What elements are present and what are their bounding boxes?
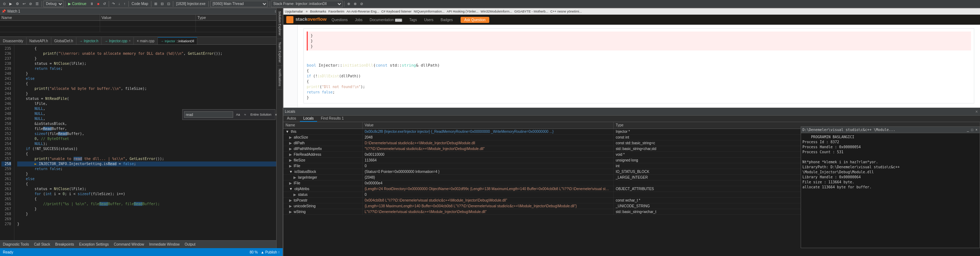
code-content[interactable]: { printf("\\nerror: unable to allocate m… [14,45,283,240]
toolbar-sep-2 [65,1,65,7]
locals-tab-locals[interactable]: Locals [300,115,317,122]
strip-notifications[interactable]: Notifications [277,66,282,90]
toolbar-btn-4[interactable]: ↩ [21,2,27,6]
bookmark-anti-reverse[interactable]: An Anti-Reverse Eng... [347,9,379,13]
locals-tab-autos[interactable]: Autos [283,115,300,122]
stop-button[interactable]: ■ [96,2,101,6]
strip-team-explorer[interactable]: Team Explorer [277,39,282,66]
locals-close-btn[interactable]: × [975,109,978,114]
so-ask-question-btn[interactable]: Ask Question [461,17,489,23]
so-badges-btn[interactable]: Badges [438,17,455,22]
bookmark-favorilerim[interactable]: Favorilerim [329,9,345,13]
bookmark-gigabyte[interactable]: GIGABYTE - Motherb... [514,9,549,13]
solution-strip: Solution Explorer Team Explorer Notifica… [276,8,283,248]
status-ready: Ready [3,250,13,254]
toolbar-btn-3[interactable]: ⚙ [14,2,21,6]
search-input[interactable] [184,111,233,118]
locals-col-value: Value [362,122,613,128]
toolbar-sep-1 [41,1,42,7]
bookmark-ntquery[interactable]: NtQueryInformation... [414,9,444,13]
watch-col-value: Value [100,15,196,21]
pin-icon: 📌 [2,9,6,13]
console-close-btn[interactable]: × [975,128,978,132]
strip-solution-explorer[interactable]: Solution Explorer [277,8,282,39]
tab-injector-h[interactable]: → Injector.h [76,37,102,44]
console-maximize-btn[interactable]: □ [970,128,974,132]
search-close-btn[interactable]: × [274,113,278,117]
publish-button[interactable]: ▲ Publish ↑ [261,250,280,254]
toolbar-sep-9 [344,1,344,7]
so-users-btn[interactable]: Users [422,17,436,22]
output-tab[interactable]: Output [183,242,197,247]
search-scope-btn[interactable]: Entire Solution [249,112,273,117]
continue-button[interactable]: ▶ Continue [67,2,88,6]
search-aa-btn[interactable]: Aa [235,112,242,117]
console-minimize-btn[interactable]: _ [966,128,970,132]
toolbar-extra-2[interactable]: ⊟ [159,2,165,6]
bookmark-api-hooking[interactable]: API Hooking (Yönler... [447,9,479,13]
toolbar-sep-6 [173,1,173,7]
stack-frame-dropdown[interactable]: Stack Frame: Injector::initiationDll [271,1,342,7]
toolbar-btn-2[interactable]: ▶ [8,2,14,6]
restart-button[interactable]: ↺ [102,2,107,6]
so-body: } } } bool Injector::initiationDll(const… [283,25,980,107]
search-regex-btn[interactable]: ≈ [243,112,248,117]
watch-title: Watch 1 [7,9,20,13]
so-questions-btn[interactable]: Questions [329,17,350,22]
watch-empty-row[interactable] [0,21,283,26]
so-logo: stackoverflow [286,16,326,23]
pause-button[interactable]: ⏸ [89,2,95,6]
bookmark-apps[interactable]: Uygulamalar [285,9,303,13]
so-sidebar-left [283,25,298,107]
watch-empty-row-2[interactable] [0,26,283,32]
tab-globaldef[interactable]: GlobalDef.h [51,37,76,44]
step-over-button[interactable]: ↷ [110,2,116,6]
console-titlebar: D:\Denemeler\visual studio\c&c++ \Module… [801,127,980,133]
bookmark-win32module[interactable]: Win32ModuleInform... [480,9,512,13]
tab-injector-cpp[interactable]: → Injector.cpp × [102,37,134,44]
bookmark-bookmarks[interactable]: Bookmarks [310,9,326,13]
tab-disassembly[interactable]: Disassembly [0,37,27,44]
toolbar-extra-1[interactable]: ⊞ [153,2,159,6]
so-documentation-btn[interactable]: Documentation Beta [368,17,405,22]
step-into-button[interactable]: ↓ [117,2,122,6]
so-code-block: } } } bool Injector::initiationDll(const… [304,28,974,103]
tab-main-cpp[interactable]: × main.cpp [134,37,158,44]
toolbar-btn-5[interactable]: ⊘ [28,2,33,6]
line-numbers: 235236237238239 240241242243244 24524624… [0,45,14,240]
debug-config-dropdown[interactable]: Debug [43,1,64,7]
console-panel: D:\Denemeler\visual studio\c&c++ \Module… [801,126,980,248]
tab-initiation-dll[interactable]: → Injector ::initiationDll [158,37,198,44]
so-jobs-btn[interactable]: Jobs [353,17,364,22]
diagnostic-tools-tab[interactable]: Diagnostic Tools [2,242,30,247]
exception-settings-tab[interactable]: Exception Settings [78,242,110,247]
toolbar-btn-6[interactable]: ☰ [34,2,40,6]
code-tab-bar: Disassembly NativeAPl.h GlobalDef.h → In… [0,37,283,45]
toolbar-extra-3[interactable]: ⊡ [166,2,172,6]
code-editor: 235236237238239 240241242243244 24524624… [0,45,283,240]
call-stack-tab[interactable]: Call Stack [33,242,52,247]
breakpoints-tab[interactable]: Breakpoints [54,242,76,247]
immediate-window-tab[interactable]: Immediate Window [148,242,181,247]
step-out-button[interactable]: ↑ [123,2,127,6]
tab-injector-cpp-close[interactable]: × [129,39,130,43]
code-map-button[interactable]: Code Map [130,2,150,6]
toolbar-debug-btn-2[interactable]: ⊗ [352,2,358,6]
command-window-tab[interactable]: Command Window [112,242,145,247]
toolbar-sep-4 [129,1,129,7]
tab-nativeapl[interactable]: NativeAPl.h [27,37,51,44]
thread-dropdown[interactable]: [9360] Main Thread [210,1,267,7]
so-nav: stackoverflow Questions Jobs Documentati… [283,15,980,25]
toolbar-btn-1[interactable]: ⊙ [2,2,7,6]
console-content: PROGRAMIN BASLANGICI Process Id : 8372 P… [801,133,980,248]
stackoverflow-page: stackoverflow Questions Jobs Documentati… [283,15,980,108]
toolbar-debug-btn-3[interactable]: ⊘ [359,2,364,6]
toolbar-debug-btn-1[interactable]: ⊕ [346,2,352,6]
bookmark-keyboard-listener[interactable]: C# Keyboard listener [381,9,412,13]
locals-tab-find-results[interactable]: Find Results 1 [317,115,347,122]
watch-table: Name Value Type [0,15,283,32]
locals-title: Locals [285,109,295,114]
so-tags-btn[interactable]: Tags [407,17,419,22]
debug-toolbar: Diagnostic Tools Call Stack Breakpoints … [0,240,283,248]
bookmark-cpp-nesne[interactable]: C++ nesne yönetimi... [550,9,582,13]
